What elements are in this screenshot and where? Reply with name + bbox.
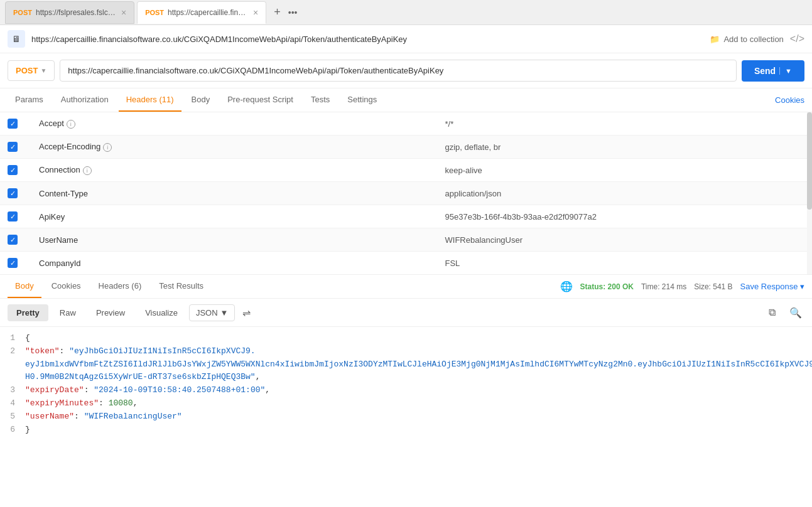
send-button[interactable]: Send ▼ <box>742 60 804 82</box>
tab-body[interactable]: Body <box>184 88 218 112</box>
filter-icon[interactable]: ⇌ <box>242 307 251 319</box>
tab-2-url: https://capercaillie.finan... <box>168 8 249 17</box>
line-number: 4 <box>0 397 25 410</box>
new-tab-button[interactable]: + <box>269 6 286 19</box>
json-line: eyJ1bmlxdWVfbmFtZtZSI6IldJRlJlbGJsYWxjZW… <box>0 358 812 371</box>
json-line: 4 "expiryMinutes": 10080, <box>0 397 812 410</box>
header-key-1: Accept-Encodingi <box>31 136 438 159</box>
json-line: 5 "userName": "WIFRebalancingUser" <box>0 410 812 424</box>
line-number <box>0 371 25 384</box>
checkbox-cell <box>0 159 31 182</box>
table-row: Connectionikeep-alive <box>0 159 812 182</box>
checkbox-cell <box>0 205 31 228</box>
url-input[interactable] <box>60 60 737 82</box>
line-number: 6 <box>0 424 25 437</box>
line-content: { <box>25 332 812 345</box>
format-icons: ⧉ 🔍 <box>763 304 804 321</box>
json-line: 3 "expiryDate": "2024-10-09T10:58:40.250… <box>0 384 812 397</box>
json-line: H0.9Mm0B2NtqAgzGi5XyWrUE-dRT37se6skbZIpH… <box>0 371 812 384</box>
line-number: 1 <box>0 332 25 345</box>
tab-bar: POST https://fslpresales.fslcg... × POST… <box>0 0 812 25</box>
tab-2-method: POST <box>145 9 164 16</box>
response-section: Body Cookies Headers (6) Test Results 🌐 … <box>0 274 812 441</box>
table-row: Accepti*/* <box>0 112 812 136</box>
tab-2[interactable]: POST https://capercaillie.finan... × <box>137 1 266 24</box>
method-label: POST <box>16 66 38 75</box>
json-format-selector[interactable]: JSON ▼ <box>189 304 235 321</box>
header-checkbox-4[interactable] <box>8 211 18 221</box>
json-body: 1{2 "token": "eyJhbGciOiJIUzI1NiIsInR5cC… <box>0 327 812 441</box>
header-checkbox-1[interactable] <box>8 142 18 152</box>
more-tabs-button[interactable]: ••• <box>288 8 298 18</box>
info-icon: i <box>83 166 92 175</box>
tab-settings[interactable]: Settings <box>340 88 384 112</box>
method-selector[interactable]: POST ▼ <box>8 60 55 81</box>
checkbox-cell <box>0 252 31 275</box>
headers-scrollbar-thumb[interactable] <box>807 112 812 210</box>
fmt-tab-visualize[interactable]: Visualize <box>136 304 187 321</box>
tab-authorization[interactable]: Authorization <box>53 88 116 112</box>
line-content: eyJ1bmlxdWVfbmFtZtZSI6IldJRlJlbGJsYWxjZW… <box>25 358 812 371</box>
resp-tab-cookies[interactable]: Cookies <box>44 275 89 298</box>
tab-params[interactable]: Params <box>8 88 51 112</box>
table-row: UserNameWIFRebalancingUser <box>0 228 812 252</box>
headers-scrollbar-track[interactable] <box>807 112 812 274</box>
header-value-3: application/json <box>438 182 813 205</box>
resp-tab-body[interactable]: Body <box>8 275 41 298</box>
json-format-label: JSON <box>196 308 218 318</box>
table-row: Accept-Encodingigzip, deflate, br <box>0 136 812 159</box>
resp-tab-test-results[interactable]: Test Results <box>151 275 211 298</box>
header-checkbox-6[interactable] <box>8 258 18 268</box>
tab-1-method: POST <box>13 9 32 16</box>
table-row: CompanyIdFSL <box>0 252 812 275</box>
header-key-2: Connectioni <box>31 159 438 182</box>
tab-1-url: https://fslpresales.fslcg... <box>36 8 117 17</box>
resp-tab-headers[interactable]: Headers (6) <box>91 275 149 298</box>
header-value-0: */* <box>438 112 813 136</box>
header-checkbox-5[interactable] <box>8 235 18 245</box>
line-content: "expiryMinutes": 10080, <box>25 397 812 410</box>
add-collection-label: Add to collection <box>723 35 783 44</box>
copy-icon[interactable]: ⧉ <box>763 304 781 321</box>
status-globe-icon: 🌐 <box>560 280 573 292</box>
status-time: Time: 214 ms <box>641 282 686 291</box>
json-format-chevron: ▼ <box>220 308 229 318</box>
info-icon: i <box>103 143 112 152</box>
fmt-tab-preview[interactable]: Preview <box>87 304 134 321</box>
fmt-tab-pretty[interactable]: Pretty <box>8 304 48 321</box>
header-checkbox-2[interactable] <box>8 165 18 175</box>
line-content: H0.9Mm0B2NtqAgzGi5XyWrUE-dRT37se6skbZIpH… <box>25 371 812 384</box>
checkbox-cell <box>0 112 31 136</box>
line-content: } <box>25 424 812 437</box>
fmt-tab-raw[interactable]: Raw <box>51 304 85 321</box>
url-icon: 🖥 <box>8 30 25 48</box>
json-line: 6} <box>0 424 812 437</box>
tab-1-close[interactable]: × <box>121 8 126 18</box>
header-value-4: 95e37e3b-166f-4b3b-93aa-e2d2f09077a2 <box>438 205 813 228</box>
header-checkbox-3[interactable] <box>8 188 18 198</box>
table-row: ApiKey95e37e3b-166f-4b3b-93aa-e2d2f09077… <box>0 205 812 228</box>
tab-2-close[interactable]: × <box>253 8 258 18</box>
request-tabs: Params Authorization Headers (11) Body P… <box>0 88 812 112</box>
search-icon[interactable]: 🔍 <box>787 304 804 321</box>
header-value-5: WIFRebalancingUser <box>438 228 813 252</box>
tab-pre-request-script[interactable]: Pre-request Script <box>220 88 301 112</box>
code-icon[interactable]: </> <box>790 33 804 45</box>
tab-tests[interactable]: Tests <box>303 88 337 112</box>
header-value-6: FSL <box>438 252 813 275</box>
cookies-link[interactable]: Cookies <box>775 95 804 105</box>
header-key-5: UserName <box>31 228 438 252</box>
collection-icon: 📁 <box>710 35 720 44</box>
tab-headers[interactable]: Headers (11) <box>119 88 181 112</box>
send-dropdown-icon[interactable]: ▼ <box>779 67 792 75</box>
json-line: 1{ <box>0 332 812 345</box>
tab-1[interactable]: POST https://fslpresales.fslcg... × <box>5 1 134 24</box>
save-response-button[interactable]: Save Response ▾ <box>740 282 804 291</box>
status-ok: Status: 200 OK <box>580 282 634 291</box>
format-tabs: Pretty Raw Preview Visualize JSON ▼ ⇌ ⧉ … <box>0 299 812 327</box>
line-content: "expiryDate": "2024-10-09T10:58:40.25074… <box>25 384 812 397</box>
add-to-collection-button[interactable]: 📁 Add to collection <box>710 35 783 44</box>
send-label: Send <box>754 66 776 76</box>
header-checkbox-0[interactable] <box>8 119 18 129</box>
response-status-bar: 🌐 Status: 200 OK Time: 214 ms Size: 541 … <box>560 280 804 292</box>
